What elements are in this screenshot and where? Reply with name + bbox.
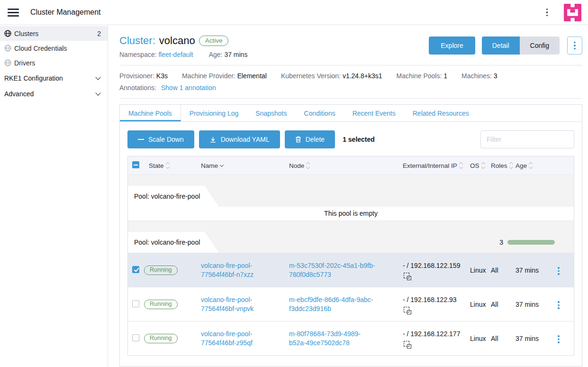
info-label: Provisioner: <box>119 72 154 80</box>
namespace-link[interactable]: fleet-default <box>158 51 193 58</box>
info-label: Machines: <box>461 72 492 80</box>
column-header-ip[interactable]: External/Internal IP <box>403 162 470 169</box>
sidebar-section-advanced[interactable]: Advanced <box>0 86 108 101</box>
annotations-label: Annotations: <box>119 84 156 92</box>
chevron-down-icon <box>95 74 100 80</box>
copy-icon[interactable] <box>404 341 409 347</box>
globe-icon <box>4 59 11 66</box>
sort-icon <box>529 163 532 168</box>
status-badge: Running <box>144 300 178 309</box>
sort-desc-icon <box>220 165 223 166</box>
info-label: Kubernetes Version: <box>281 72 341 80</box>
explore-button[interactable]: Explore <box>429 37 475 55</box>
status-badge: Running <box>144 334 178 343</box>
column-header-node[interactable]: Node <box>289 162 403 169</box>
scale-down-label: Scale Down <box>148 136 184 143</box>
pool-group-header: Pool: volcano-fire-pool <box>128 175 574 207</box>
topbar: Cluster Management <box>0 0 588 25</box>
column-header-state[interactable]: State <box>144 162 201 169</box>
node-link[interactable]: m-53c7530f-202c-45a1-b9fb-780f0d8c5773 <box>289 262 375 278</box>
sort-icon <box>460 163 462 168</box>
column-header-roles[interactable]: Roles <box>491 162 516 169</box>
info-value: 1 <box>443 72 447 80</box>
app-title: Cluster Management <box>30 8 101 17</box>
row-checkbox[interactable] <box>132 300 139 307</box>
info-label: Machine Provider: <box>182 72 235 80</box>
pool-machine-count: 3 <box>499 239 503 246</box>
column-header-os[interactable]: OS <box>470 162 491 169</box>
sort-icon <box>510 163 513 168</box>
row-checkbox[interactable] <box>132 266 139 273</box>
sidebar-item-label: Cloud Credentials <box>14 45 67 52</box>
sidebar-section-rke1-configuration[interactable]: RKE1 Configuration <box>0 70 108 86</box>
status-badge: Running <box>144 266 178 275</box>
tab-related-resources[interactable]: Related Resources <box>404 105 478 121</box>
config-button[interactable]: Config <box>520 37 560 55</box>
filter-input[interactable] <box>480 130 574 148</box>
tab-provisioning-log[interactable]: Provisioning Log <box>181 105 247 121</box>
machines-table: State Name Node External/Internal I <box>127 156 574 356</box>
age-value: 37 mins <box>516 301 555 308</box>
sidebar-item-clusters[interactable]: Clusters 2 <box>0 26 108 41</box>
ip-value: - / 192.168.122.93 <box>403 296 467 304</box>
copy-icon[interactable] <box>404 273 409 278</box>
status-badge: Active <box>199 36 229 46</box>
copy-icon[interactable] <box>404 307 409 312</box>
tab-machine-pools[interactable]: Machine Pools <box>120 105 181 121</box>
node-link[interactable]: m-ebcf9dfe-86d6-4dfa-9abc-f3ddc23d916b <box>289 296 373 312</box>
column-header-age[interactable]: Age <box>516 162 555 169</box>
table-row: Running volcano-fire-pool-77564f46bf-z95… <box>128 321 574 355</box>
sort-icon <box>482 163 485 168</box>
age-label: Age: <box>209 51 223 58</box>
kebab-icon <box>571 39 579 53</box>
delete-label: Delete <box>306 136 325 143</box>
delete-button[interactable]: Delete <box>285 130 335 148</box>
column-header-name[interactable]: Name <box>201 162 289 169</box>
scale-down-button[interactable]: Scale Down <box>127 130 194 148</box>
pool-label: Pool: volcano-fire-pool <box>128 232 219 253</box>
download-yaml-label: Download YAML <box>221 136 270 143</box>
tab-recent-events[interactable]: Recent Events <box>344 105 404 121</box>
sort-icon <box>166 163 169 168</box>
node-link[interactable]: m-80f78684-73d9-4989-b52a-49ce7502dc78 <box>289 330 361 347</box>
sort-icon <box>307 163 309 168</box>
machine-link[interactable]: volcano-fire-pool-77564f46bf-n7xzz <box>201 262 253 278</box>
table-row: Running volcano-fire-pool-77564f46bf-vnp… <box>128 287 574 321</box>
machine-link[interactable]: volcano-fire-pool-77564f46bf-z95qf <box>201 330 253 347</box>
topbar-kebab-icon[interactable] <box>543 6 551 19</box>
pool-empty-message: This pool is empty <box>128 207 574 220</box>
sidebar-section-label: RKE1 Configuration <box>4 74 63 82</box>
download-icon <box>209 136 217 143</box>
tab-conditions[interactable]: Conditions <box>296 105 344 121</box>
os-value: Linux <box>470 301 491 308</box>
row-actions-kebab[interactable] <box>555 332 562 346</box>
roles-value: All <box>491 301 516 308</box>
globe-icon <box>4 30 11 37</box>
globe-icon <box>4 45 11 52</box>
sidebar-item-label: Drivers <box>14 59 35 67</box>
age-value: 37 mins <box>516 266 555 274</box>
sidebar-item-cloud-credentials[interactable]: Cloud Credentials <box>0 41 108 55</box>
detail-button[interactable]: Detail <box>482 37 520 55</box>
sidebar-item-drivers[interactable]: Drivers <box>0 55 108 70</box>
sidebar: Clusters 2 Cloud Credentials Drivers RKE… <box>0 25 108 367</box>
select-all-checkbox[interactable] <box>132 161 139 168</box>
download-yaml-button[interactable]: Download YAML <box>199 130 280 148</box>
ip-value: - / 192.168.122.177 <box>403 330 467 338</box>
tab-bar: Machine Pools Provisioning Log Snapshots… <box>120 105 582 122</box>
row-actions-kebab[interactable] <box>555 298 562 312</box>
pool-label: Pool: volcano-fire-pool <box>128 186 219 207</box>
age-value: 37 mins <box>516 335 555 342</box>
machine-link[interactable]: volcano-fire-pool-77564f46bf-vnpvk <box>201 296 253 312</box>
resource-type-label: Cluster: <box>119 35 155 47</box>
info-label: Machine Pools: <box>397 72 442 80</box>
row-actions-kebab[interactable] <box>555 264 562 278</box>
tab-snapshots[interactable]: Snapshots <box>247 105 295 121</box>
show-annotation-link[interactable]: Show 1 annotation <box>161 84 216 92</box>
os-value: Linux <box>470 266 491 274</box>
pool-group-header: Pool: volcano-fire-pool 3 <box>128 220 574 253</box>
selection-count: 1 selected <box>343 136 375 143</box>
cluster-actions-button[interactable] <box>567 37 582 55</box>
row-checkbox[interactable] <box>132 334 139 341</box>
menu-icon[interactable] <box>8 9 19 17</box>
